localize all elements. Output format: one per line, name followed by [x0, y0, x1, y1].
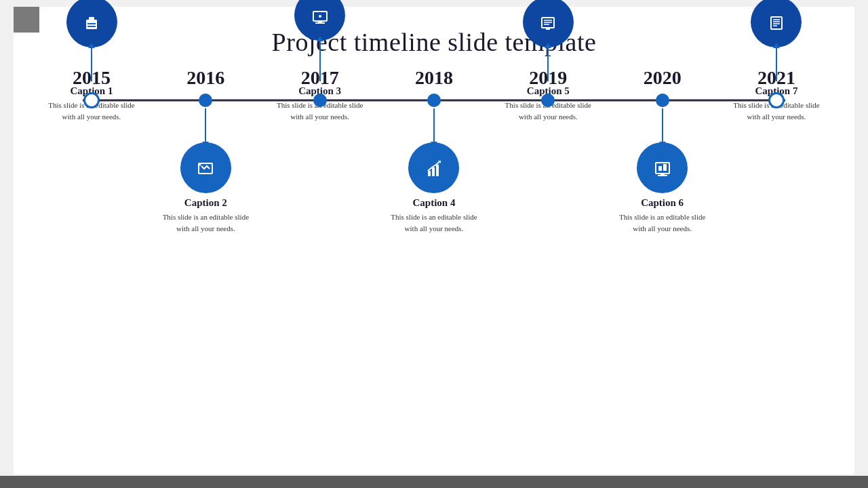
- vline-1: [91, 47, 92, 81]
- svg-rect-1: [89, 17, 94, 20]
- year-2020: 2020: [618, 67, 707, 89]
- svg-rect-2: [87, 23, 96, 24]
- svg-rect-24: [771, 17, 782, 29]
- vline-4: [433, 108, 435, 142]
- dot-ring-1: [83, 92, 100, 108]
- corner-decoration: [14, 7, 39, 33]
- node-col-7: Caption 7 This slide is an editable slid…: [732, 0, 821, 234]
- svg-rect-21: [658, 175, 667, 176]
- dot-fill-4: [427, 94, 441, 107]
- slide-title: Project timeline slide template: [14, 7, 854, 57]
- vline-2: [205, 108, 206, 142]
- svg-point-5: [199, 163, 201, 165]
- svg-rect-19: [656, 163, 669, 174]
- circle-icon-5: [523, 0, 574, 47]
- svg-rect-23: [663, 164, 667, 171]
- caption-title-2: Caption 2: [184, 197, 227, 209]
- svg-rect-18: [546, 28, 550, 30]
- node-col-2: Caption 2 This slide is an editable slid…: [161, 108, 250, 234]
- node-col-1: Caption 1 This slide is an editable slid…: [47, 0, 136, 234]
- dot-fill-6: [656, 94, 669, 107]
- caption-text-4: This slide is an editable slide with all…: [390, 211, 478, 234]
- caption-text-6: This slide is an editable slide with all…: [618, 211, 707, 234]
- node-col-6: Caption 6 This slide is an editable slid…: [618, 108, 707, 234]
- vline-7: [776, 47, 777, 81]
- circle-icon-4: [408, 142, 459, 193]
- svg-rect-8: [315, 22, 325, 24]
- circle-icon-1: [66, 0, 117, 47]
- caption-title-4: Caption 4: [413, 197, 456, 209]
- dot-fill-5: [541, 94, 555, 107]
- svg-rect-11: [432, 167, 435, 176]
- svg-rect-3: [87, 26, 96, 27]
- node-col-5: Caption 5 This slide is an editable slid…: [504, 0, 592, 234]
- caption-title-6: Caption 6: [641, 197, 684, 209]
- content-row: Caption 1 This slide is an editable slid…: [47, 108, 821, 234]
- vline-3: [319, 41, 321, 81]
- dot-fill-3: [313, 94, 327, 107]
- circle-icon-3: [294, 0, 345, 41]
- svg-rect-12: [436, 165, 439, 176]
- timeline-line-wrapper: [47, 92, 821, 108]
- circle-icon-6: [637, 142, 688, 193]
- node-col-3: Caption 3 This slide is an editable slid…: [276, 0, 364, 234]
- bottom-bar: [0, 476, 868, 488]
- vline-5: [547, 47, 549, 81]
- circle-icon-7: [751, 0, 802, 47]
- node-col-4: Caption 4 This slide is an editable slid…: [390, 108, 478, 234]
- year-2016: 2016: [161, 67, 250, 89]
- circle-icon-2: [180, 142, 231, 193]
- year-2018: 2018: [390, 67, 478, 89]
- svg-point-9: [319, 15, 321, 18]
- caption-text-2: This slide is an editable slide with all…: [161, 211, 250, 234]
- svg-rect-10: [428, 171, 431, 176]
- timeline-wrapper: 2015 2016 2017 2018 2019 2020 2021: [47, 67, 821, 234]
- years-row: 2015 2016 2017 2018 2019 2020 2021: [47, 67, 821, 89]
- dot-ring-7: [768, 92, 785, 108]
- vline-6: [662, 108, 663, 142]
- dot-fill-2: [199, 94, 212, 107]
- slide-container: Project timeline slide template 2015 201…: [14, 7, 854, 474]
- svg-rect-22: [658, 166, 662, 171]
